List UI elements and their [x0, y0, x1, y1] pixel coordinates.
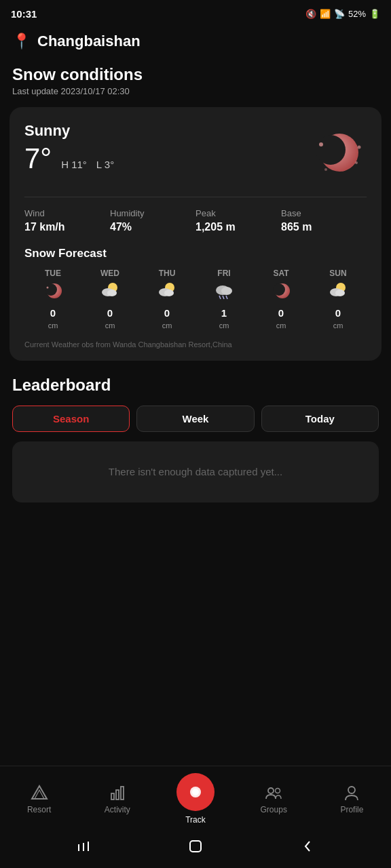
svg-point-4 [355, 161, 358, 164]
forecast-label-sat: SAT [273, 269, 288, 278]
wind-label: Wind [24, 208, 110, 218]
forecast-row: TUE 0 cm WED 0 cm THU 0 cm FRI [24, 269, 367, 330]
wind-value: 17 km/h [24, 221, 110, 233]
activity-icon [108, 783, 127, 802]
svg-point-2 [319, 142, 323, 146]
svg-point-3 [358, 146, 361, 149]
forecast-unit-wed: cm [105, 321, 115, 330]
svg-line-18 [223, 296, 224, 299]
forecast-unit-sun: cm [333, 321, 343, 330]
resort-icon [30, 783, 49, 802]
status-bar: 10:31 🔇 📶 📡 52% 🔋 [0, 0, 391, 24]
weather-card: Sunny 7° H 11° L 3° [10, 107, 381, 361]
forecast-icon-sat [271, 281, 291, 304]
base-label: Base [281, 208, 367, 218]
forecast-amount-sat: 0 [278, 307, 284, 319]
svg-point-5 [324, 168, 327, 171]
svg-point-31 [192, 789, 199, 795]
nav-label-profile: Profile [340, 805, 363, 814]
weather-temp-row: 7° H 11° L 3° [24, 142, 114, 175]
forecast-icon-tue [43, 281, 63, 304]
bottom-nav: Resort Activity Track [0, 766, 391, 830]
tab-week[interactable]: Week [136, 406, 254, 432]
leaderboard-section: Leaderboard Season Week Today There isn'… [0, 361, 391, 502]
svg-rect-27 [111, 793, 114, 800]
wind-stat: Wind 17 km/h [24, 208, 110, 233]
humidity-label: Humidity [110, 208, 196, 218]
nav-item-groups[interactable]: Groups [235, 783, 313, 814]
nav-label-groups: Groups [261, 805, 287, 814]
svg-rect-38 [190, 841, 201, 852]
svg-marker-25 [32, 786, 47, 799]
weather-low: L 3° [96, 159, 114, 170]
humidity-stat: Humidity 47% [110, 208, 196, 233]
wifi-icon: 📶 [320, 9, 331, 19]
svg-point-7 [45, 283, 57, 296]
nav-item-profile[interactable]: Profile [313, 783, 391, 814]
status-time: 10:31 [11, 8, 37, 20]
last-update: Last update 2023/10/17 02:30 [12, 86, 379, 96]
weather-left: Sunny 7° H 11° L 3° [24, 122, 114, 175]
forecast-label-fri: FRI [217, 269, 230, 278]
svg-point-14 [164, 290, 174, 296]
nav-label-resort: Resort [27, 805, 51, 814]
weather-icon-area [305, 122, 367, 183]
groups-icon [264, 783, 283, 802]
battery-text: 52% [348, 9, 366, 19]
forecast-icon-sun [328, 281, 348, 304]
weather-stats: Wind 17 km/h Humidity 47% Peak 1,205 m B… [24, 197, 367, 233]
forecast-amount-thu: 0 [164, 307, 170, 319]
svg-rect-29 [121, 787, 124, 800]
signal-icon: 📡 [334, 9, 345, 19]
svg-point-34 [348, 787, 355, 793]
mute-icon: 🔇 [305, 9, 316, 19]
forecast-day-fri: FRI 1 cm [196, 269, 253, 330]
forecast-unit-sat: cm [276, 321, 286, 330]
nav-item-resort[interactable]: Resort [0, 783, 78, 814]
system-bar [0, 830, 391, 868]
svg-point-11 [107, 290, 117, 296]
leaderboard-empty: There isn't enough data captured yet... [12, 441, 379, 502]
forecast-title: Snow Forecast [24, 247, 367, 260]
battery-icon: 🔋 [369, 9, 380, 19]
humidity-value: 47% [110, 221, 196, 233]
location-name: Changbaishan [37, 33, 141, 50]
peak-stat: Peak 1,205 m [196, 208, 281, 233]
tab-today[interactable]: Today [261, 406, 379, 432]
forecast-day-wed: WED 0 cm [81, 269, 138, 330]
svg-point-24 [335, 290, 345, 296]
base-value: 865 m [281, 221, 367, 233]
forecast-day-thu: THU 0 cm [138, 269, 196, 330]
nav-label-activity: Activity [105, 805, 130, 814]
svg-point-16 [221, 287, 232, 295]
forecast-unit-thu: cm [162, 321, 172, 330]
tab-season[interactable]: Season [12, 406, 130, 432]
svg-point-32 [268, 788, 274, 793]
weather-temp: 7° [24, 142, 52, 175]
base-stat: Base 865 m [281, 208, 367, 233]
header: 📍 Changbaishan [0, 24, 391, 56]
forecast-day-sun: SUN 0 cm [310, 269, 367, 330]
home-button[interactable] [185, 835, 206, 857]
forecast-day-tue: TUE 0 cm [24, 269, 81, 330]
weather-top: Sunny 7° H 11° L 3° [24, 122, 367, 183]
forecast-icon-wed [100, 281, 120, 304]
back-button[interactable] [297, 835, 318, 857]
forecast-label-sun: SUN [329, 269, 346, 278]
nav-item-track[interactable]: Track [156, 773, 234, 825]
svg-rect-28 [116, 790, 119, 800]
forecast-amount-fri: 1 [221, 307, 227, 319]
leaderboard-empty-text: There isn't enough data captured yet... [109, 466, 282, 477]
forecast-icon-thu [157, 281, 177, 304]
status-icons: 🔇 📶 📡 52% 🔋 [305, 9, 380, 19]
weather-moon-icon [309, 125, 363, 180]
section-title: Snow conditions [12, 65, 379, 84]
forecast-label-tue: TUE [45, 269, 61, 278]
track-button[interactable] [176, 773, 215, 811]
nav-item-activity[interactable]: Activity [78, 783, 156, 814]
location-icon: 📍 [12, 33, 31, 50]
recent-apps-button[interactable] [73, 835, 94, 857]
forecast-unit-fri: cm [219, 321, 229, 330]
forecast-label-thu: THU [159, 269, 176, 278]
forecast-label-wed: WED [100, 269, 119, 278]
